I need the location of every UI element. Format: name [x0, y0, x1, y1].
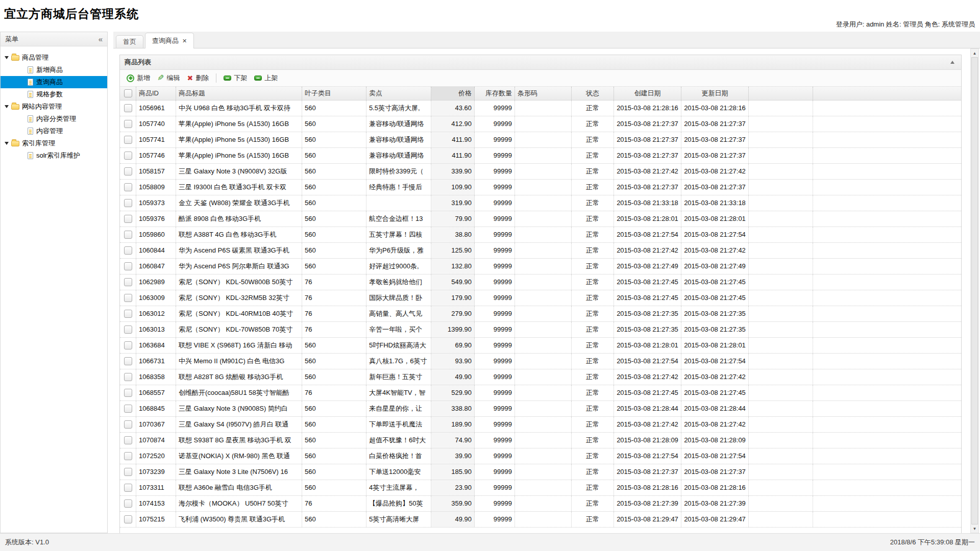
column-header-sell[interactable]: 卖点 [366, 87, 431, 100]
vertical-scrollbar[interactable]: ▲ ▼ [970, 48, 979, 533]
table-row[interactable]: 1059860联想 A388T 4G 白色 移动3G手机560五英寸屏幕！四核3… [120, 227, 961, 243]
checkbox-icon[interactable] [124, 89, 132, 97]
row-checkbox[interactable] [124, 310, 132, 318]
row-checkbox[interactable] [124, 436, 132, 444]
table-row[interactable]: 1059373金立 天鉴 (W808) 荣耀金 联通3G手机560319.909… [120, 195, 961, 211]
sidebar-item-site-content-manage[interactable]: 网站内容管理 [1, 101, 107, 113]
row-checkbox[interactable] [124, 152, 132, 160]
scroll-up-icon[interactable]: ▲ [971, 49, 978, 57]
cell-created: 2015-03-08 21:27:42 [614, 369, 681, 385]
table-row[interactable]: 1068358联想 A828T 8G 炫酷银 移动3G手机560新年巨惠！五英寸… [120, 369, 961, 385]
table-row[interactable]: 1060847华为 Ascend P6S 阿尔卑斯白 联通3G560好评超过90… [120, 259, 961, 274]
table-row[interactable]: 1073239三星 Galaxy Note 3 Lite (N7506V) 16… [120, 464, 961, 480]
sidebar-item-index-manage[interactable]: 索引库管理 [1, 137, 107, 149]
table-row[interactable]: 1057741苹果(Apple) iPhone 5s (A1530) 16GB5… [120, 132, 961, 148]
table-row[interactable]: 1063013索尼（SONY） KDL-70W850B 70英寸76辛苦一年啦，… [120, 322, 961, 338]
cell-id: 1059373 [136, 195, 176, 211]
sidebar-item-solr-index-maintain[interactable]: solr索引库维护 [1, 149, 107, 162]
table-row[interactable]: 1062989索尼（SONY） KDL-50W800B 50英寸76孝敬爸妈就给… [120, 274, 961, 290]
cell-title: 三星 Galaxy S4 (I9507V) 皓月白 联通 [176, 417, 302, 432]
row-checkbox[interactable] [124, 515, 132, 523]
select-all-checkbox[interactable] [120, 87, 136, 100]
table-row[interactable]: 1063684联想 VIBE X (S968T) 16G 清新白 移动5605吋… [120, 338, 961, 354]
table-row[interactable]: 1074153海尔模卡（MOOKA） U50H7 50英寸76【爆品抢购】50英… [120, 496, 961, 512]
table-row[interactable]: 1063009索尼（SONY） KDL-32RM5B 32英寸76国际大牌品质！… [120, 290, 961, 306]
column-header-title[interactable]: 商品标题 [176, 87, 302, 100]
panel-collapse-icon[interactable] [950, 61, 954, 64]
table-row[interactable]: 1070367三星 Galaxy S4 (I9507V) 皓月白 联通560下单… [120, 417, 961, 433]
row-checkbox[interactable] [124, 278, 132, 286]
row-checkbox[interactable] [124, 183, 132, 191]
row-checkbox[interactable] [124, 199, 132, 207]
close-tab-icon[interactable]: ✕ [182, 38, 187, 44]
table-row[interactable]: 1066731中兴 Memo II (M901C) 白色 电信3G560真八核1… [120, 354, 961, 369]
table-row[interactable]: 1075215飞利浦 (W3500) 尊贵黑 联通3G手机5605英寸高清晰大屏… [120, 512, 961, 528]
add-button[interactable]: 新增 [127, 73, 150, 83]
scrollbar-thumb[interactable] [971, 57, 978, 524]
column-header-status[interactable]: 状态 [572, 87, 614, 100]
column-header-stock[interactable]: 库存数量 [475, 87, 515, 100]
sidebar-item-content-category-manage[interactable]: 内容分类管理 [1, 113, 107, 125]
row-checkbox[interactable] [124, 215, 132, 223]
table-row[interactable]: 1059376酷派 8908 白色 移动3G手机560航空合金边框！1379.9… [120, 211, 961, 227]
column-header-updated[interactable]: 更新日期 [681, 87, 749, 100]
offshelf-button[interactable]: 下架 [224, 73, 247, 83]
row-checkbox[interactable] [124, 499, 132, 508]
column-header-barcode[interactable]: 条形码 [515, 87, 572, 100]
collapse-sidebar-icon[interactable]: « [99, 35, 103, 43]
row-checkbox[interactable] [124, 120, 132, 128]
tab-goods-query[interactable]: 查询商品✕ [145, 33, 194, 48]
row-checkbox[interactable] [124, 373, 132, 381]
onshelf-button[interactable]: 上架 [254, 73, 278, 83]
row-checkbox[interactable] [124, 357, 132, 365]
edit-button[interactable]: ✎编辑 [157, 73, 180, 83]
delete-button[interactable]: ✖删除 [187, 73, 209, 83]
row-checkbox[interactable] [124, 484, 132, 492]
table-row[interactable]: 1060844华为 Ascend P6S 碳素黑 联通3G手机560华为P6升级… [120, 243, 961, 259]
table-row[interactable]: 1073311联想 A360e 融雪白 电信3G手机5604英寸主流屏幕，23.… [120, 480, 961, 496]
cell-checkbox [120, 306, 136, 321]
row-checkbox[interactable] [124, 167, 132, 176]
row-checkbox[interactable] [124, 246, 132, 255]
row-checkbox[interactable] [124, 420, 132, 429]
row-checkbox[interactable] [124, 104, 132, 112]
row-checkbox[interactable] [124, 325, 132, 334]
row-checkbox[interactable] [124, 468, 132, 476]
table-row[interactable]: 1063012索尼（SONY） KDL-40RM10B 40英寸76高销量、高人… [120, 306, 961, 322]
table-row[interactable]: 1058809三星 I9300I 白色 联通3G手机 双卡双560经典特惠！手慢… [120, 180, 961, 195]
row-checkbox[interactable] [124, 389, 132, 397]
cell-cat: 560 [302, 417, 366, 432]
tree-expand-arrow-icon[interactable] [5, 142, 9, 145]
table-row[interactable]: 1068845三星 Galaxy Note 3 (N9008S) 简约白560来… [120, 401, 961, 417]
sidebar-item-goods-add[interactable]: 新增商品 [1, 64, 107, 76]
table-row[interactable]: 1068557创维酷开(coocaa)58U1 58英寸智能酷76大屏4K智能T… [120, 385, 961, 401]
table-row[interactable]: 1070874联想 S938T 8G 星夜黑 移动3G手机 双560超值不犹豫！… [120, 433, 961, 448]
cell-checkbox [120, 195, 136, 211]
tab-home[interactable]: 首页 [116, 35, 143, 48]
row-checkbox[interactable] [124, 452, 132, 460]
row-checkbox[interactable] [124, 294, 132, 302]
cell-sell: 兼容移动/联通网络 [366, 148, 431, 163]
row-checkbox[interactable] [124, 231, 132, 239]
table-row[interactable]: 1072520诺基亚(NOKIA) X (RM-980) 黑色 联通560白菜价… [120, 448, 961, 464]
column-header-created[interactable]: 创建日期 [614, 87, 681, 100]
row-checkbox[interactable] [124, 136, 132, 144]
column-header-cat[interactable]: 叶子类目 [302, 87, 366, 100]
table-row[interactable]: 1056961中兴 U968 白色 移动3G手机 双卡双待5605.5英寸高清大… [120, 101, 961, 116]
tree-expand-arrow-icon[interactable] [5, 56, 9, 59]
cell-updated: 2015-03-08 21:27:49 [681, 259, 749, 274]
row-checkbox[interactable] [124, 405, 132, 413]
sidebar-item-goods-manage[interactable]: 商品管理 [1, 52, 107, 64]
column-header-price[interactable]: 价格 [431, 87, 475, 100]
table-row[interactable]: 1057746苹果(Apple) iPhone 5s (A1530) 16GB5… [120, 148, 961, 164]
row-checkbox[interactable] [124, 262, 132, 270]
sidebar-item-goods-query[interactable]: 查询商品 [1, 76, 107, 88]
column-header-id[interactable]: 商品ID [136, 87, 176, 100]
tree-expand-arrow-icon[interactable] [5, 105, 9, 108]
table-row[interactable]: 1057740苹果(Apple) iPhone 5s (A1530) 16GB5… [120, 116, 961, 132]
table-row[interactable]: 1058157三星 Galaxy Note 3 (N9008V) 32G版560… [120, 164, 961, 180]
scroll-down-icon[interactable]: ▼ [971, 524, 978, 533]
row-checkbox[interactable] [124, 341, 132, 349]
sidebar-item-goods-spec[interactable]: 规格参数 [1, 88, 107, 101]
sidebar-item-content-manage[interactable]: 内容管理 [1, 125, 107, 137]
